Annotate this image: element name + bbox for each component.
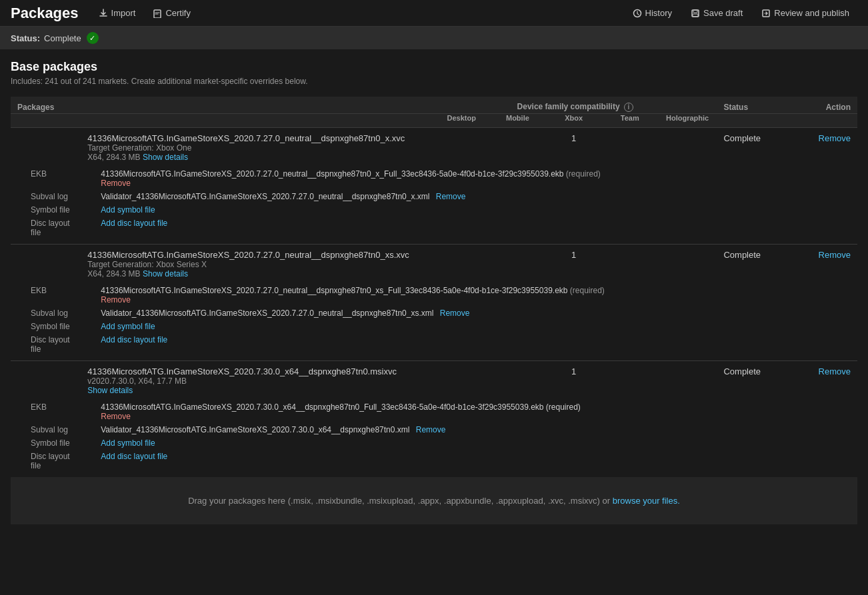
disc-value-2: Add disc layout file bbox=[81, 450, 717, 477]
symbol-action-2 bbox=[801, 436, 857, 450]
symbol-row-0: Symbol file Add symbol file bbox=[11, 203, 857, 217]
disc-status-2 bbox=[717, 450, 801, 477]
disc-value-1: Add disc layout file bbox=[81, 333, 717, 361]
subval-value-1: Validator_41336MicrosoftATG.InGameStoreX… bbox=[81, 306, 717, 320]
symbol-status-2 bbox=[717, 436, 801, 450]
show-details-link-0[interactable]: Show details bbox=[143, 153, 188, 162]
subval-action-0 bbox=[801, 190, 857, 203]
pkg-action-col-1: Remove bbox=[801, 244, 857, 284]
ekb-row-0: EKB 41336MicrosoftATG.InGameStoreXS_2020… bbox=[11, 167, 857, 190]
symbol-label-2: Symbol file bbox=[11, 436, 81, 450]
disc-status-0 bbox=[717, 217, 801, 245]
disc-row-2: Disc layout file Add disc layout file bbox=[11, 450, 857, 477]
ekb-required-0: (required) bbox=[566, 169, 601, 179]
pkg-size-2: Show details bbox=[87, 386, 427, 395]
status-label: Status: bbox=[11, 33, 40, 43]
pkg-holographic-0 bbox=[658, 127, 717, 167]
ekb-value-2: 41336MicrosoftATG.InGameStoreXS_2020.7.3… bbox=[81, 400, 717, 423]
packages-table: Packages Device family compatibility i S… bbox=[11, 97, 857, 477]
subval-status-1 bbox=[717, 306, 801, 320]
th-device-compat: Device family compatibility i bbox=[433, 97, 717, 113]
ekb-remove-0[interactable]: Remove bbox=[101, 179, 131, 188]
symbol-row-1: Symbol file Add symbol file bbox=[11, 320, 857, 333]
ekb-remove-2[interactable]: Remove bbox=[101, 412, 131, 421]
subval-label-0: Subval log bbox=[11, 190, 81, 203]
save-draft-button[interactable]: Save draft bbox=[683, 5, 751, 21]
add-symbol-link-0[interactable]: Add symbol file bbox=[101, 205, 155, 215]
pkg-holographic-1 bbox=[658, 244, 717, 284]
subval-remove-0[interactable]: Remove bbox=[436, 192, 466, 201]
certify-icon bbox=[153, 9, 162, 18]
th-desktop: Desktop bbox=[433, 113, 489, 127]
add-disc-link-2[interactable]: Add disc layout file bbox=[101, 452, 167, 461]
symbol-row-2: Symbol file Add symbol file bbox=[11, 436, 857, 450]
pkg-xbox-1: 1 bbox=[545, 244, 601, 284]
topbar: Packages Import Certify History bbox=[0, 0, 868, 27]
subval-value-0: Validator_41336MicrosoftATG.InGameStoreX… bbox=[81, 190, 717, 203]
browse-files-link[interactable]: browse your files. bbox=[613, 496, 680, 506]
pkg-remove-btn-2[interactable]: Remove bbox=[819, 366, 851, 376]
save-icon bbox=[691, 9, 700, 18]
history-icon bbox=[633, 9, 642, 18]
symbol-action-1 bbox=[801, 320, 857, 333]
th-status-sub bbox=[717, 113, 801, 127]
certify-button[interactable]: Certify bbox=[146, 5, 197, 21]
status-check-icon: ✓ bbox=[87, 32, 99, 44]
ekb-label-0: EKB bbox=[11, 167, 81, 190]
subval-label-2: Subval log bbox=[11, 423, 81, 436]
subval-row-2: Subval log Validator_41336MicrosoftATG.I… bbox=[11, 423, 857, 436]
subval-value-2: Validator_41336MicrosoftATG.InGameStoreX… bbox=[81, 423, 717, 436]
drop-zone[interactable]: Drag your packages here (.msix, .msixbun… bbox=[11, 477, 857, 524]
section-title: Base packages bbox=[11, 60, 857, 74]
show-details-link-1[interactable]: Show details bbox=[143, 269, 188, 279]
import-button[interactable]: Import bbox=[92, 5, 143, 21]
subval-status-0 bbox=[717, 190, 801, 203]
subval-status-2 bbox=[717, 423, 801, 436]
subval-remove-2[interactable]: Remove bbox=[416, 425, 446, 434]
add-symbol-link-2[interactable]: Add symbol file bbox=[101, 438, 155, 448]
sub-header-row: Desktop Mobile Xbox Team Holographic bbox=[11, 113, 857, 127]
symbol-status-1 bbox=[717, 320, 801, 333]
th-mobile: Mobile bbox=[489, 113, 545, 127]
th-action: Action bbox=[801, 97, 857, 113]
compat-info-icon[interactable]: i bbox=[624, 103, 633, 112]
topbar-right: History Save draft Review and publish bbox=[625, 5, 857, 21]
section-subtitle: Includes: 241 out of 241 markets. Create… bbox=[11, 77, 857, 86]
pkg-remove-btn-1[interactable]: Remove bbox=[819, 250, 851, 260]
pkg-xbox-0: 1 bbox=[545, 127, 601, 167]
add-disc-link-1[interactable]: Add disc layout file bbox=[101, 335, 167, 344]
pkg-status-2: Complete bbox=[717, 360, 801, 400]
th-team: Team bbox=[602, 113, 658, 127]
pkg-target-1: Target Generation: Xbox Series X bbox=[87, 260, 427, 269]
subval-row-0: Subval log Validator_41336MicrosoftATG.I… bbox=[11, 190, 857, 203]
subval-remove-1[interactable]: Remove bbox=[440, 308, 470, 318]
ekb-remove-1[interactable]: Remove bbox=[101, 295, 131, 304]
pkg-team-2 bbox=[602, 360, 658, 400]
show-details-link-2[interactable]: Show details bbox=[87, 386, 133, 395]
symbol-label-0: Symbol file bbox=[11, 203, 81, 217]
th-holographic: Holographic bbox=[658, 113, 717, 127]
pkg-remove-btn-0[interactable]: Remove bbox=[819, 133, 851, 143]
package-main-row-1: 41336MicrosoftATG.InGameStoreXS_2020.7.2… bbox=[11, 244, 857, 284]
th-action-sub bbox=[801, 113, 857, 127]
pkg-action-col-2: Remove bbox=[801, 360, 857, 400]
pkg-holographic-2 bbox=[658, 360, 717, 400]
pkg-name-0: 41336MicrosoftATG.InGameStoreXS_2020.7.2… bbox=[87, 133, 427, 143]
main-content: Base packages Includes: 241 out of 241 m… bbox=[0, 49, 868, 524]
disc-row-0: Disc layout file Add disc layout file bbox=[11, 217, 857, 245]
pkg-info-col-2: 41336MicrosoftATG.InGameStoreXS_2020.7.3… bbox=[81, 360, 433, 400]
disc-action-2 bbox=[801, 450, 857, 477]
add-symbol-link-1[interactable]: Add symbol file bbox=[101, 322, 155, 331]
pkg-status-1: Complete bbox=[717, 244, 801, 284]
history-button[interactable]: History bbox=[625, 5, 680, 21]
ekb-label-1: EKB bbox=[11, 284, 81, 306]
pkg-label-col-2 bbox=[11, 360, 81, 400]
review-publish-button[interactable]: Review and publish bbox=[753, 5, 857, 21]
disc-action-1 bbox=[801, 333, 857, 361]
pkg-info-col-1: 41336MicrosoftATG.InGameStoreXS_2020.7.2… bbox=[81, 244, 433, 284]
pkg-mobile-2 bbox=[489, 360, 545, 400]
page-title: Packages bbox=[11, 5, 79, 22]
add-disc-link-0[interactable]: Add disc layout file bbox=[101, 219, 167, 228]
ekb-status-1 bbox=[717, 284, 801, 306]
pkg-desktop-1 bbox=[433, 244, 489, 284]
